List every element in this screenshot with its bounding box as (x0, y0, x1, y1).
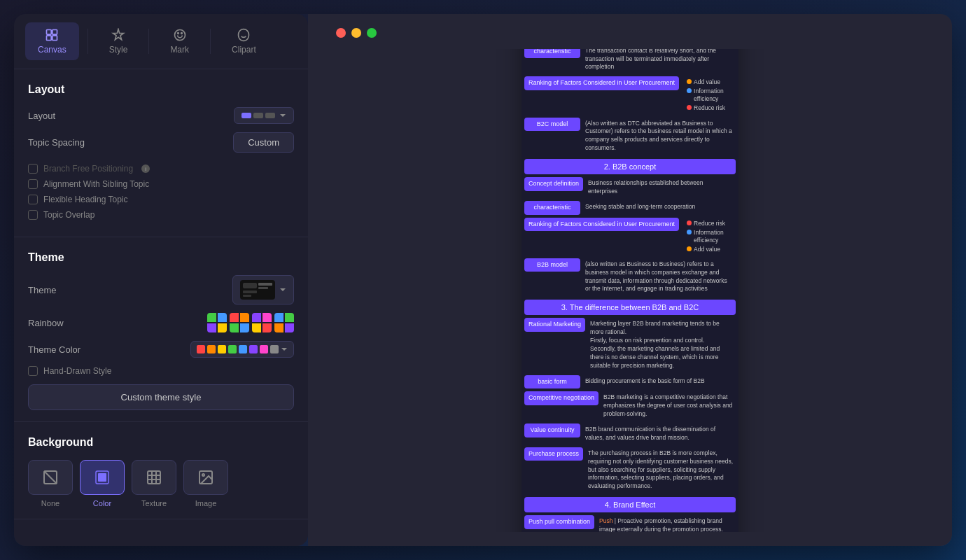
layout-label: Layout (28, 111, 55, 121)
mm-b2c-char-text: The transaction contact is relatively sh… (582, 49, 736, 74)
svg-rect-0 (47, 30, 52, 35)
mm-bullet-dot-blue (687, 88, 692, 93)
topic-overlap-label: Topic Overlap (43, 210, 94, 220)
custom-theme-btn[interactable]: Custom theme style (28, 384, 294, 410)
branch-free-checkbox[interactable] (28, 164, 38, 174)
theme-chevron (279, 286, 286, 293)
mm-brand-push: Push pull combination Push | Proactive p… (522, 514, 738, 532)
mm-b2c-char: characteristic The transaction contact i… (522, 49, 738, 75)
svg-line-14 (44, 471, 57, 484)
bg-texture-label: Texture (141, 499, 167, 507)
mm-b2b-model-label: B2B model (524, 258, 580, 272)
color-dot-green (228, 345, 237, 354)
bg-option-texture[interactable]: Texture (132, 460, 176, 507)
mm-brand-push-label: Push pull combination (524, 515, 594, 529)
svg-rect-8 (243, 283, 257, 288)
mm-b2b-bullet-dot-red (687, 220, 692, 225)
theme-row: Theme (28, 275, 294, 304)
hand-drawn-row: Hand-Drawn Style (28, 366, 294, 376)
mm-diff-rational-label: Rational Marketing (524, 318, 585, 332)
tab-canvas[interactable]: Canvas (25, 22, 79, 60)
topic-overlap-checkbox[interactable] (28, 210, 38, 220)
mm-section-4-header: 4. Brand Effect (524, 497, 736, 512)
mm-b2c-bullet-3: Reduce risk (684, 104, 733, 113)
swatch-group-1[interactable] (207, 313, 227, 332)
flexible-label: Flexible Heading Topic (43, 195, 128, 204)
svg-rect-2 (47, 36, 52, 41)
mm-diff-purchase: Purchase process The purchasing process … (522, 446, 738, 494)
mm-section-2-header: 2. B2B concept (524, 159, 736, 174)
color-dot-orange (207, 345, 216, 354)
mm-section-3-header: 3. The difference between B2B and B2C (524, 300, 736, 315)
mm-b2c-ranking: Ranking of Factors Considered in User Pr… (522, 75, 738, 115)
mm-diff-competitive: Competitive negotiation B2B marketing is… (522, 390, 738, 422)
mm-b2b-concept-text: Business relationships established betwe… (585, 177, 736, 198)
dropdown-chevron (279, 112, 286, 119)
mm-b2b-ranking: Ranking of Factors Considered in User Pr… (522, 216, 738, 257)
mm-b2c-bullet-1: Add value (684, 78, 733, 87)
mm-b2b-bullet-2: Information efficiency (684, 228, 733, 245)
tab-mark[interactable]: Mark (158, 22, 202, 60)
right-panel: The difference between B2B and B2C 1. B2… (308, 14, 952, 546)
bg-option-color[interactable]: Color (80, 460, 125, 507)
alignment-checkbox[interactable] (28, 179, 38, 189)
topic-spacing-label: Topic Spacing (28, 137, 85, 148)
mm-diff-rational: Rational Marketing Marketing layer B2B b… (522, 316, 738, 373)
svg-rect-1 (52, 30, 57, 35)
mm-diff-rational-text: Marketing layer B2B brand marketing tend… (587, 318, 736, 372)
window-close-btn[interactable] (336, 28, 346, 38)
theme-dropdown[interactable] (232, 275, 294, 304)
color-chevron (281, 346, 288, 353)
bg-texture-icon (132, 460, 176, 495)
window-minimize-btn[interactable] (351, 28, 361, 38)
color-palette[interactable] (190, 341, 294, 358)
theme-section-title: Theme (28, 251, 294, 264)
mm-b2b-concept-def: Concept definition Business relationship… (522, 176, 738, 200)
topic-spacing-custom-btn[interactable]: Custom (233, 132, 294, 153)
mm-b2c-model-text: (Also written as DTC abbreviated as Busi… (582, 118, 736, 155)
canvas-area: The difference between B2B and B2C 1. B2… (322, 49, 938, 532)
background-section: Background None (14, 422, 308, 519)
tab-clipart[interactable]: Clipart (219, 22, 269, 60)
flexible-checkbox[interactable] (28, 195, 38, 204)
layout-section: Layout Layout Topic Spacing Custo (14, 69, 308, 237)
layout-dropdown[interactable] (234, 107, 294, 124)
bg-option-none[interactable]: None (28, 460, 73, 507)
theme-preview (240, 280, 275, 300)
bg-color-icon (80, 460, 125, 495)
svg-rect-9 (258, 283, 272, 286)
hand-drawn-checkbox[interactable] (28, 366, 38, 376)
tab-style[interactable]: Style (97, 22, 141, 60)
branch-free-label: Branch Free Positioning (43, 164, 133, 174)
branch-free-info-icon[interactable]: i (141, 164, 150, 173)
top-nav: Canvas Style Mark (14, 14, 308, 69)
svg-rect-16 (98, 473, 106, 482)
color-dot-purple (249, 345, 258, 354)
topic-spacing-row: Topic Spacing Custom (28, 132, 294, 153)
mm-brand-push-text: Push | Proactive promotion, establishing… (596, 515, 736, 532)
mm-b2b-ranking-label: Ranking of Factors Considered in User Pr… (524, 218, 679, 232)
alignment-label: Alignment With Sibling Topic (43, 179, 149, 189)
color-dot-pink (260, 345, 268, 354)
topic-overlap-row: Topic Overlap (28, 210, 294, 220)
app-container: Canvas Style Mark (14, 14, 952, 546)
mm-diff-competitive-text: B2B marketing is a competitive negotiati… (601, 391, 736, 421)
swatch-group-4[interactable] (274, 313, 294, 332)
mm-b2b-model-text: (also written as Business to Business) r… (582, 258, 736, 296)
svg-point-4 (174, 30, 185, 41)
swatch-group-2[interactable] (230, 313, 249, 332)
bg-option-image[interactable]: Image (183, 460, 228, 507)
svg-rect-12 (243, 295, 251, 297)
window-controls (336, 28, 377, 38)
mm-diff-basic-label: basic form (524, 375, 580, 389)
layout-dot-gray2 (265, 113, 275, 118)
color-dot-yellow (218, 345, 226, 354)
theme-section: Theme Theme (14, 237, 308, 422)
mm-bullet-dot-red (687, 105, 692, 110)
mm-diff-basic-text: Bidding procurement is the basic form of… (582, 375, 736, 388)
swatch-group-3[interactable] (252, 313, 272, 332)
mm-b2b-bullet-3: Add value (684, 245, 733, 254)
window-maximize-btn[interactable] (367, 28, 377, 38)
hand-drawn-label: Hand-Drawn Style (43, 366, 111, 376)
mm-b2c-model: B2C model (Also written as DTC abbreviat… (522, 116, 738, 157)
